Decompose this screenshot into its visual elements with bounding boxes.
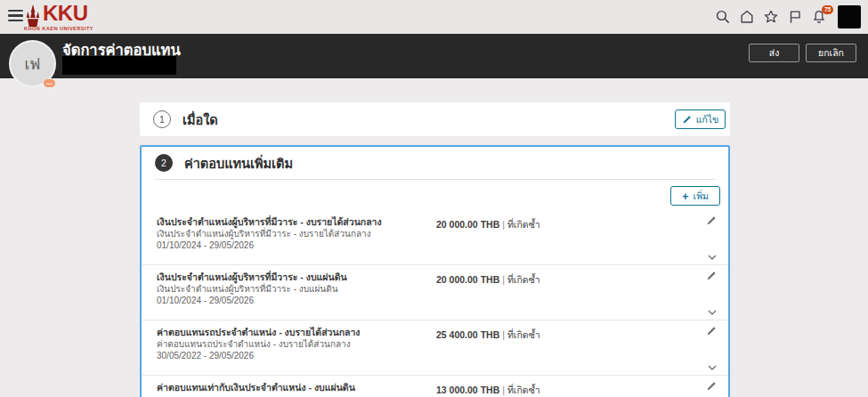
expand-chevron-icon[interactable]: [706, 308, 718, 317]
main-content: 1 เมื่อใด แก้ไข 2 ค่าตอบแทนเพิ่มเติม + เ…: [0, 78, 868, 397]
plus-icon: +: [682, 190, 689, 202]
logo-subtext: KHON KAEN UNIVERSITY: [24, 26, 93, 31]
expand-chevron-icon[interactable]: [706, 363, 718, 372]
avatar-status-badge: •••: [44, 79, 55, 87]
expand-chevron-icon[interactable]: [706, 253, 718, 262]
notifications-bell-icon[interactable]: 75: [810, 9, 827, 26]
edit-item-icon[interactable]: [704, 379, 718, 393]
compensation-item-4: ค่าตอบแทนเท่ากับเงินประจำตำแหน่ง - งบแผ่…: [142, 376, 728, 397]
profile-avatar[interactable]: เฟ •••: [9, 40, 56, 87]
step2-card: 2 ค่าตอบแทนเพิ่มเติม + เพิ่ม เงินประจำตำ…: [140, 145, 730, 397]
kku-logo[interactable]: KKU KHON KAEN UNIVERSITY: [24, 3, 100, 33]
pencil-icon: [682, 115, 692, 125]
compensation-item-1: เงินประจำตำแหน่งผู้บริหารที่มีวาระ - งบร…: [142, 210, 728, 265]
item-title: ค่าตอบแทนเท่ากับเงินประจำตำแหน่ง - งบแผ่…: [157, 382, 424, 393]
item-amount: 13 000.00 THB|ที่เกิดซ้ำ: [436, 383, 540, 397]
edit-item-icon[interactable]: [704, 214, 718, 228]
cancel-button[interactable]: ยกเลิก: [806, 44, 856, 62]
item-subtitle: ค่าตอบแทนรถประจำตำแหน่ง - งบรายได้ส่วนกล…: [157, 339, 424, 350]
add-button[interactable]: + เพิ่ม: [670, 186, 720, 206]
step1-number-circle: 1: [153, 110, 171, 128]
top-bar: KKU KHON KAEN UNIVERSITY 75: [0, 0, 868, 34]
edit-item-icon[interactable]: [704, 269, 718, 283]
item-amount: 20 000.00 THB|ที่เกิดซ้ำ: [436, 217, 540, 232]
item-title: เงินประจำตำแหน่งผู้บริหารที่มีวาระ - งบร…: [157, 216, 424, 228]
home-icon[interactable]: [738, 9, 755, 26]
item-amount: 25 400.00 THB|ที่เกิดซ้ำ: [436, 328, 540, 343]
notification-count-badge: 75: [822, 5, 833, 14]
compensation-list: เงินประจำตำแหน่งผู้บริหารที่มีวาระ - งบร…: [142, 210, 728, 397]
topbar-icon-group: 75: [714, 0, 861, 34]
redacted-username-box: [62, 56, 176, 75]
page-header: จัดการค่าตอบแทน ส่ง ยกเลิก: [0, 34, 868, 78]
kku-torch-icon: [24, 4, 42, 28]
item-title: ค่าตอบแทนรถประจำตำแหน่ง - งบรายได้ส่วนกล…: [157, 327, 424, 338]
item-amount: 20 000.00 THB|ที่เกิดซ้ำ: [436, 272, 540, 288]
item-subtitle: เงินประจำตำแหน่งผู้บริหารที่มีวาระ - งบร…: [157, 229, 424, 239]
avatar-initials: เฟ: [25, 52, 41, 76]
send-button[interactable]: ส่ง: [749, 44, 799, 62]
item-dates: 01/10/2024 - 29/05/2026: [157, 240, 424, 251]
add-button-label: เพิ่ม: [694, 189, 709, 204]
app-screen: KKU KHON KAEN UNIVERSITY 75 จัดการค: [0, 0, 868, 397]
edit-button[interactable]: แก้ไข: [675, 109, 726, 129]
logo-text: KKU: [43, 1, 88, 26]
user-avatar-image[interactable]: [838, 5, 861, 28]
step1-title: เมื่อใด: [183, 109, 218, 130]
favorites-star-icon[interactable]: [762, 9, 779, 26]
edit-item-icon[interactable]: [704, 324, 718, 338]
compensation-item-3: ค่าตอบแทนรถประจำตำแหน่ง - งบรายได้ส่วนกล…: [142, 320, 728, 376]
flag-icon[interactable]: [786, 9, 803, 26]
item-title: เงินประจำตำแหน่งผู้บริหารที่มีวาระ - งบแ…: [157, 271, 424, 283]
compensation-item-2: เงินประจำตำแหน่งผู้บริหารที่มีวาระ - งบแ…: [142, 265, 728, 320]
hamburger-menu-icon[interactable]: [8, 10, 23, 22]
search-icon[interactable]: [714, 9, 731, 26]
step1-card: 1 เมื่อใด แก้ไข: [140, 102, 730, 136]
step2-number-circle: 2: [155, 154, 173, 172]
item-subtitle: เงินประจำตำแหน่งผู้บริหารที่มีวาระ - งบแ…: [157, 284, 424, 295]
item-dates: 01/10/2024 - 29/05/2026: [157, 296, 424, 306]
item-dates: 30/05/2022 - 29/05/2026: [157, 351, 424, 361]
edit-button-label: แก้ไข: [696, 112, 719, 127]
step2-title: ค่าตอบแทนเพิ่มเติม: [184, 153, 293, 174]
